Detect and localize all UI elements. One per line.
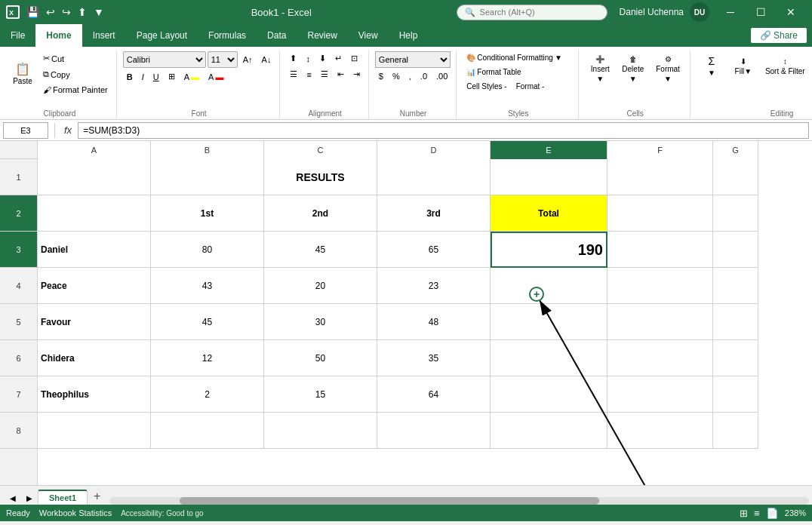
font-color-btn[interactable]: A▬ (205, 70, 227, 84)
cell-d1[interactable] (377, 159, 491, 195)
delete-button[interactable]: 🗑 Delete ▼ (617, 51, 649, 87)
cell-d4[interactable]: 23 (377, 268, 491, 304)
conditional-formatting-btn[interactable]: 🎨 Conditional Formatting ▼ (463, 51, 566, 64)
tab-review[interactable]: Review (297, 24, 347, 47)
search-input[interactable] (480, 8, 593, 17)
cell-c1[interactable]: RESULTS (264, 159, 377, 195)
minimize-btn[interactable]: ─ (715, 0, 746, 24)
cell-a6[interactable]: Chidera (38, 340, 151, 376)
cell-d2[interactable]: 3rd (377, 195, 491, 232)
sort-btn[interactable]: ⬆ (75, 5, 89, 20)
font-name-select[interactable]: Calibri (123, 51, 206, 68)
undo-btn[interactable]: ↩ (44, 5, 57, 20)
col-header-b[interactable]: B (151, 141, 264, 159)
cell-a5[interactable]: Favour (38, 304, 151, 340)
cell-c7[interactable]: 15 (264, 376, 377, 413)
row-num-8[interactable]: 8 (0, 413, 37, 449)
format-as-table-btn[interactable]: 📊 Format Table (463, 66, 524, 78)
cell-b8[interactable] (151, 413, 264, 449)
cell-f4[interactable] (607, 268, 713, 304)
cell-b6[interactable]: 12 (151, 340, 264, 376)
row-num-7[interactable]: 7 (0, 376, 37, 413)
col-header-d[interactable]: D (377, 141, 491, 159)
paste-button[interactable]: 📋 Paste (8, 60, 38, 89)
fill-button[interactable]: ⬇ Fill▼ (728, 54, 758, 79)
cell-e2[interactable]: Total (491, 195, 607, 232)
decrease-font-btn[interactable]: A↓ (258, 53, 275, 66)
tab-file[interactable]: File (0, 24, 35, 47)
tab-home[interactable]: Home (35, 24, 82, 47)
increase-indent-btn[interactable]: ⇥ (349, 67, 364, 81)
font-size-select[interactable]: 11 (208, 51, 238, 68)
cell-f7[interactable] (607, 376, 713, 413)
wrap-text-btn[interactable]: ↵ (331, 51, 346, 66)
cell-a8[interactable] (38, 413, 151, 449)
format-cells-button[interactable]: ⚙ Format ▼ (651, 51, 685, 87)
row-num-6[interactable]: 6 (0, 340, 37, 376)
cell-g4[interactable] (713, 268, 758, 304)
cell-b1[interactable] (151, 159, 264, 195)
cell-g6[interactable] (713, 340, 758, 376)
cell-g3[interactable] (713, 232, 758, 268)
cell-e5[interactable] (491, 304, 607, 340)
cell-a4[interactable]: Peace (38, 268, 151, 304)
close-btn[interactable]: ✕ (776, 0, 806, 24)
align-right-btn[interactable]: ☰ (317, 67, 332, 81)
format-btn[interactable]: Format - (512, 80, 549, 93)
cell-c6[interactable]: 50 (264, 340, 377, 376)
tab-page-layout[interactable]: Page Layout (126, 24, 198, 47)
cell-d8[interactable] (377, 413, 491, 449)
increase-font-btn[interactable]: A↑ (239, 53, 257, 66)
underline-button[interactable]: U (149, 70, 163, 84)
cell-e1[interactable] (491, 159, 607, 195)
redo-btn[interactable]: ↪ (60, 5, 73, 20)
cell-c8[interactable] (264, 413, 377, 449)
currency-btn[interactable]: $ (375, 69, 387, 83)
col-header-c[interactable]: C (264, 141, 377, 159)
autosum-button[interactable]: Σ ▼ (697, 51, 727, 81)
comma-btn[interactable]: , (405, 69, 415, 83)
cut-button[interactable]: ✂ Cut (39, 51, 112, 66)
cell-c5[interactable]: 30 (264, 304, 377, 340)
normal-view-btn[interactable]: ⊞ (740, 508, 748, 519)
page-layout-view-btn[interactable]: ≡ (754, 508, 760, 519)
format-painter-button[interactable]: 🖌 Format Painter (39, 83, 112, 97)
col-header-g[interactable]: G (713, 141, 758, 159)
cell-g2[interactable] (713, 195, 758, 232)
col-header-f[interactable]: F (607, 141, 713, 159)
more-btn[interactable]: ▼ (91, 5, 106, 20)
row-num-4[interactable]: 4 (0, 268, 37, 304)
tab-help[interactable]: Help (389, 24, 429, 47)
cell-f8[interactable] (607, 413, 713, 449)
save-btn[interactable]: 💾 (24, 5, 42, 20)
scroll-left-btn[interactable]: ◀ (6, 492, 20, 505)
percent-btn[interactable]: % (389, 69, 404, 83)
sort-filter-button[interactable]: ↕ Sort & Filter (760, 54, 810, 79)
cell-f6[interactable] (607, 340, 713, 376)
sheet-tab-sheet1[interactable]: Sheet1 (38, 490, 88, 505)
align-center-btn[interactable]: ≡ (303, 68, 315, 81)
add-sheet-button[interactable]: + (89, 488, 105, 505)
cell-d3[interactable]: 65 (377, 232, 491, 268)
cell-d6[interactable]: 35 (377, 340, 491, 376)
cell-g8[interactable] (713, 413, 758, 449)
cell-a7[interactable]: Theophilus (38, 376, 151, 413)
cell-e8[interactable] (491, 413, 607, 449)
tab-data[interactable]: Data (257, 24, 297, 47)
cell-b5[interactable]: 45 (151, 304, 264, 340)
border-btn[interactable]: ⊞ (165, 69, 179, 84)
align-left-btn[interactable]: ☰ (286, 67, 301, 81)
italic-button[interactable]: I (138, 70, 148, 84)
cell-reference-input[interactable] (3, 122, 48, 139)
cell-g7[interactable] (713, 376, 758, 413)
cell-e7[interactable] (491, 376, 607, 413)
row-num-3[interactable]: 3 (0, 232, 37, 268)
cell-c2[interactable]: 2nd (264, 195, 377, 232)
cell-b7[interactable]: 2 (151, 376, 264, 413)
align-top-btn[interactable]: ⬆ (286, 51, 300, 66)
cell-e6[interactable] (491, 340, 607, 376)
tab-insert[interactable]: Insert (82, 24, 126, 47)
cell-f5[interactable] (607, 304, 713, 340)
share-btn[interactable]: 🔗 Share (750, 27, 807, 44)
cell-b3[interactable]: 80 (151, 232, 264, 268)
